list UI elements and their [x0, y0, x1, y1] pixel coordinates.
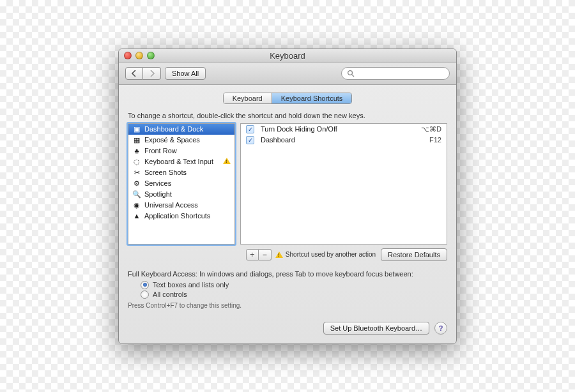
category-row[interactable]: ▲Application Shortcuts: [128, 211, 234, 222]
category-icon: ▣: [132, 124, 141, 133]
forward-button[interactable]: [143, 67, 161, 80]
category-icon: ♣: [132, 146, 141, 155]
restore-defaults-button[interactable]: Restore Defaults: [381, 248, 447, 261]
instructions-text: To change a shortcut, double-click the s…: [128, 112, 447, 119]
below-panes-row: + − Shortcut used by another action Rest…: [128, 248, 447, 261]
tab-keyboard[interactable]: Keyboard: [224, 93, 272, 103]
footer-row: Set Up Bluetooth Keyboard… ?: [128, 322, 447, 335]
traffic-lights: [119, 52, 155, 59]
shortcut-name: Turn Dock Hiding On/Off: [261, 125, 421, 133]
category-list[interactable]: ▣Dashboard & Dock▦Exposé & Spaces♣Front …: [128, 123, 235, 245]
tab-bar: Keyboard Keyboard Shortcuts: [128, 93, 447, 104]
show-all-button[interactable]: Show All: [165, 67, 206, 80]
fka-radio-allcontrols[interactable]: All controls: [141, 290, 447, 299]
category-label: Front Row: [144, 147, 177, 155]
fka-opt1-label: Text boxes and lists only: [153, 281, 229, 289]
fka-label: Full Keyboard Access: In windows and dia…: [128, 270, 447, 278]
shortcut-list[interactable]: ✓Turn Dock Hiding On/Off⌥⌘D✓DashboardF12: [240, 123, 447, 245]
fka-radio-textboxes[interactable]: Text boxes and lists only: [141, 280, 447, 290]
category-label: Dashboard & Dock: [144, 125, 203, 133]
warning-icon: [275, 252, 283, 258]
nav-segment: [125, 67, 161, 80]
shortcut-keys: ⌥⌘D: [421, 125, 441, 133]
help-button[interactable]: ?: [434, 322, 447, 335]
shortcut-row[interactable]: ✓Turn Dock Hiding On/Off⌥⌘D: [241, 124, 447, 135]
shortcut-name: Dashboard: [261, 136, 429, 144]
tab-keyboard-shortcuts[interactable]: Keyboard Shortcuts: [272, 93, 352, 103]
conflict-warning-text: Shortcut used by another action: [286, 251, 376, 258]
category-row[interactable]: 🔍Spotlight: [128, 189, 234, 200]
full-keyboard-access-section: Full Keyboard Access: In windows and dia…: [128, 270, 447, 309]
toolbar: Show All: [119, 63, 456, 85]
category-row[interactable]: ◉Universal Access: [128, 200, 234, 211]
category-label: Exposé & Spaces: [144, 136, 200, 144]
category-icon: ✂: [132, 168, 141, 177]
content-area: Keyboard Keyboard Shortcuts To change a …: [119, 85, 456, 343]
radio-icon: [141, 281, 149, 289]
close-window-button[interactable]: [124, 52, 132, 59]
fka-opt2-label: All controls: [153, 290, 187, 298]
category-row[interactable]: ✂Screen Shots: [128, 167, 234, 178]
category-label: Universal Access: [144, 201, 198, 209]
add-shortcut-button[interactable]: +: [246, 249, 259, 260]
category-row[interactable]: ▦Exposé & Spaces: [128, 135, 234, 146]
minimize-window-button[interactable]: [135, 52, 143, 59]
search-field[interactable]: [341, 67, 450, 80]
category-row[interactable]: ♣Front Row: [128, 146, 234, 156]
zoom-window-button[interactable]: [147, 52, 155, 59]
category-label: Screen Shots: [144, 169, 187, 176]
category-label: Spotlight: [144, 190, 172, 198]
remove-shortcut-button[interactable]: −: [259, 249, 272, 260]
add-remove-stepper: + −: [246, 249, 272, 260]
fka-hint: Press Control+F7 to change this setting.: [128, 302, 447, 309]
category-icon: 🔍: [132, 190, 141, 199]
titlebar: Keyboard: [119, 49, 456, 63]
window-title: Keyboard: [119, 51, 456, 61]
category-icon: ▦: [132, 135, 141, 144]
warning-icon: [223, 158, 231, 165]
shortcut-keys: F12: [429, 136, 441, 144]
conflict-warning: Shortcut used by another action: [275, 251, 376, 258]
category-icon: ◉: [132, 200, 141, 209]
category-label: Keyboard & Text Input: [144, 158, 213, 165]
preferences-window: Keyboard Show All Keyboard Keyboard Shor…: [118, 49, 457, 344]
radio-icon: [141, 290, 149, 299]
shortcut-checkbox[interactable]: ✓: [246, 136, 254, 144]
back-button[interactable]: [125, 67, 143, 80]
category-row[interactable]: ⚙Services: [128, 178, 234, 189]
category-icon: ◌: [132, 157, 141, 166]
shortcut-panes: ▣Dashboard & Dock▦Exposé & Spaces♣Front …: [128, 123, 447, 245]
category-row[interactable]: ◌Keyboard & Text Input: [128, 156, 234, 167]
svg-line-1: [352, 75, 354, 77]
shortcut-checkbox[interactable]: ✓: [246, 125, 254, 133]
category-label: Services: [144, 179, 171, 187]
shortcut-row[interactable]: ✓DashboardF12: [241, 135, 447, 146]
category-row[interactable]: ▣Dashboard & Dock: [128, 124, 234, 135]
category-icon: ▲: [132, 211, 141, 220]
search-icon: [347, 70, 355, 77]
category-icon: ⚙: [132, 179, 141, 188]
category-label: Application Shortcuts: [144, 212, 210, 220]
bluetooth-keyboard-button[interactable]: Set Up Bluetooth Keyboard…: [323, 322, 429, 335]
svg-point-0: [348, 71, 353, 75]
